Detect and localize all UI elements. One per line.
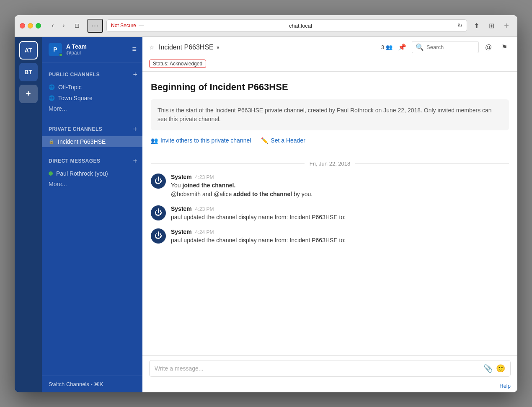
invite-icon: 👥 <box>151 137 158 144</box>
channel-title: Incident P663HSE <box>159 44 214 51</box>
share-button[interactable]: ⬆ <box>470 20 482 31</box>
username: @paul <box>66 50 87 56</box>
set-header-link[interactable]: ✏️ Set a Header <box>261 137 305 144</box>
avatar[interactable]: P <box>49 43 62 56</box>
forward-button[interactable]: › <box>59 21 69 31</box>
avatar-letter: P <box>53 46 57 53</box>
main-window: ‹ › ⊡ ··· Not Secure — chat.local ↻ ⬆ ⊞ … <box>15 15 517 392</box>
titlebar-actions: ⬆ ⊞ + <box>470 20 512 31</box>
direct-messages-header: DIRECT MESSAGES + <box>42 156 142 168</box>
private-channels-section: PRIVATE CHANNELS + 🔒 Incident P663HSE <box>42 117 142 149</box>
channel-info-text: This is the start of the Incident P663HS… <box>158 107 492 122</box>
channel-name-townsquare: Town Square <box>58 95 93 101</box>
channel-item-townsquare[interactable]: 🌐 Town Square <box>42 93 142 104</box>
chat-header-actions: 3 👥 📌 🔍 @ ⚑ <box>381 41 511 54</box>
status-badge: Status: Acknowledged <box>149 60 206 68</box>
pin-icon-button[interactable]: 📌 <box>396 41 408 54</box>
message-time-3: 4:24 PM <box>195 229 214 235</box>
add-private-channel-button[interactable]: + <box>133 125 137 133</box>
message-body-2: System 4:23 PM paul updated the channel … <box>171 205 509 222</box>
search-icon: 🔍 <box>416 43 424 51</box>
message-input-area: 📎 🙂 <box>142 355 517 381</box>
channel-actions: 👥 Invite others to this private channel … <box>151 137 509 150</box>
date-divider: Fri, Jun 22, 2018 <box>142 157 517 170</box>
hamburger-button[interactable]: ≡ <box>132 45 137 54</box>
direct-messages-more[interactable]: More... <box>42 179 142 191</box>
system-icon-3: ⏻ <box>155 231 162 240</box>
joined-bold: joined the channel. <box>183 182 236 189</box>
add-team-button[interactable]: + <box>19 85 38 103</box>
channel-beginning: Beginning of Incident P663HSE This is th… <box>142 72 517 157</box>
chat-header-top: ☆ Incident P663HSE ∨ 3 👥 📌 🔍 <box>142 37 517 58</box>
not-secure-label: Not Secure <box>111 23 136 29</box>
globe-icon-townsquare: 🌐 <box>49 95 55 101</box>
search-box: 🔍 <box>412 41 479 53</box>
member-count-button[interactable]: 3 👥 <box>381 44 393 50</box>
system-avatar-2: ⏻ <box>151 205 166 220</box>
maximize-button[interactable] <box>36 23 41 29</box>
message-body-3: System 4:24 PM paul updated the channel … <box>171 228 509 245</box>
public-channels-more[interactable]: More... <box>42 104 142 115</box>
minimize-button[interactable] <box>28 23 33 29</box>
direct-messages-section: DIRECT MESSAGES + Paul Rothrock (you) Mo… <box>42 149 142 192</box>
team-icon-at[interactable]: AT <box>19 41 38 60</box>
search-input[interactable] <box>426 44 475 50</box>
chat-status-bar: Status: Acknowledged <box>142 58 517 71</box>
add-button[interactable]: + <box>501 20 512 31</box>
switch-channels-label: Switch Channels - ⌘K <box>49 381 103 387</box>
direct-messages-label: DIRECT MESSAGES <box>49 158 101 164</box>
channel-beginning-title: Beginning of Incident P663HSE <box>151 82 509 93</box>
chat-messages: Beginning of Incident P663HSE This is th… <box>142 72 517 355</box>
message-header-2: System 4:23 PM <box>171 205 509 212</box>
help-link[interactable]: Help <box>499 383 511 389</box>
window-toggle-button[interactable]: ⊡ <box>72 21 82 31</box>
added-bold: added to the channel <box>233 191 292 197</box>
message-input-box: 📎 🙂 <box>149 360 511 377</box>
message-text-3: paul updated the channel display name fr… <box>171 236 509 245</box>
chat-header: ☆ Incident P663HSE ∨ 3 👥 📌 🔍 <box>142 37 517 72</box>
message-input[interactable] <box>155 365 480 372</box>
dm-user-name: Paul Rothrock (you) <box>56 170 108 177</box>
pencil-icon: ✏️ <box>261 137 268 144</box>
online-dot <box>59 53 63 57</box>
message-text-1: You joined the channel. @bobsmith and @a… <box>171 181 509 199</box>
url-domain: chat.local <box>146 23 455 29</box>
tab-dots-button[interactable]: ··· <box>87 19 103 33</box>
date-divider-text: Fri, Jun 22, 2018 <box>310 161 351 167</box>
channel-item-incident[interactable]: 🔒 Incident P663HSE <box>42 136 142 147</box>
titlebar: ‹ › ⊡ ··· Not Secure — chat.local ↻ ⬆ ⊞ … <box>15 15 517 37</box>
add-public-channel-button[interactable]: + <box>133 71 137 78</box>
lock-icon: 🔒 <box>49 139 54 144</box>
flag-button[interactable]: ⚑ <box>498 41 511 54</box>
dm-user-paul[interactable]: Paul Rothrock (you) <box>42 168 142 179</box>
mention-button[interactable]: @ <box>482 41 495 54</box>
attachment-button[interactable]: 📎 <box>483 364 493 373</box>
message-text-2: paul updated the channel display name fr… <box>171 213 509 222</box>
star-icon[interactable]: ☆ <box>149 44 155 51</box>
private-channels-label: PRIVATE CHANNELS <box>49 126 102 132</box>
chevron-down-icon[interactable]: ∨ <box>216 44 220 50</box>
add-direct-message-button[interactable]: + <box>133 157 137 165</box>
message-header-3: System 4:24 PM <box>171 228 509 235</box>
message: ⏻ System 4:23 PM paul updated the channe… <box>142 202 517 225</box>
members-icon: 👥 <box>386 44 393 50</box>
traffic-lights <box>20 23 41 29</box>
url-separator: — <box>139 23 144 29</box>
switch-channels[interactable]: Switch Channels - ⌘K <box>42 376 142 392</box>
reload-icon[interactable]: ↻ <box>457 22 462 29</box>
channel-sidebar: P A Team @paul ≡ PUBLIC CHANNELS + <box>42 37 142 392</box>
message-time-1: 4:23 PM <box>195 174 214 180</box>
message-time-2: 4:23 PM <box>195 206 214 212</box>
back-button[interactable]: ‹ <box>48 21 58 31</box>
new-tab-button[interactable]: ⊞ <box>486 20 497 31</box>
close-button[interactable] <box>20 23 25 29</box>
member-count-number: 3 <box>381 44 384 50</box>
message-author-3: System <box>171 228 192 235</box>
invite-others-link[interactable]: 👥 Invite others to this private channel <box>151 137 251 144</box>
emoji-button[interactable]: 🙂 <box>496 364 505 373</box>
message: ⏻ System 4:23 PM You joined the channel.… <box>142 170 517 202</box>
online-indicator <box>49 171 53 176</box>
public-channels-header: PUBLIC CHANNELS + <box>42 69 142 82</box>
team-icon-bt[interactable]: BT <box>19 63 38 81</box>
channel-item-offtopic[interactable]: 🌐 Off-Topic <box>42 82 142 93</box>
